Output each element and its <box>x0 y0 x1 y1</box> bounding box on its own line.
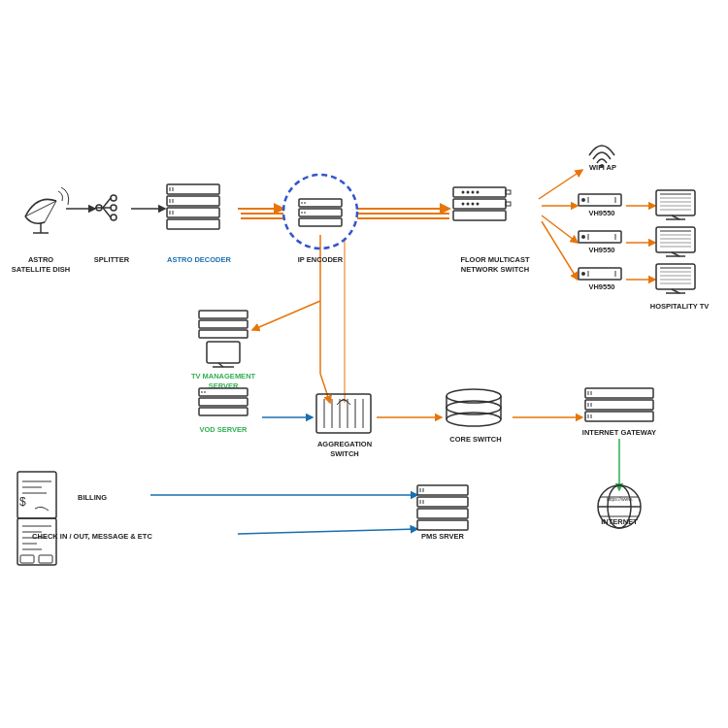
svg-line-31 <box>103 198 111 208</box>
svg-rect-159 <box>39 555 52 563</box>
svg-point-76 <box>581 235 585 239</box>
internet-gateway-icon <box>585 388 653 421</box>
svg-rect-56 <box>453 187 506 197</box>
svg-text:NETWORK SWITCH: NETWORK SWITCH <box>461 265 529 274</box>
svg-line-33 <box>103 208 111 217</box>
core-switch-label: CORE SWITCH <box>449 435 501 444</box>
svg-rect-160 <box>417 485 468 495</box>
svg-rect-162 <box>417 509 468 518</box>
svg-point-64 <box>467 203 470 206</box>
core-switch-icon <box>447 389 501 426</box>
svg-rect-134 <box>585 412 653 421</box>
svg-rect-158 <box>20 555 34 563</box>
splitter-icon <box>95 195 116 220</box>
astro-decoder-label: ASTRO DECODER <box>167 255 231 264</box>
wifi-ap-label: WIFI AP <box>589 163 616 172</box>
svg-rect-132 <box>585 388 653 398</box>
svg-line-16 <box>320 374 330 403</box>
network-diagram: ASTRO SATELLITE DISH SPLITTER ASTRO DECO… <box>0 0 728 728</box>
svg-rect-108 <box>199 320 248 328</box>
svg-text:SWITCH: SWITCH <box>330 449 359 458</box>
svg-rect-115 <box>199 398 248 406</box>
astro-decoder-icon <box>167 184 219 229</box>
checkin-label: CHECK IN / OUT, MESSAGE & ETC <box>32 532 152 541</box>
svg-point-60 <box>467 191 470 194</box>
tv-2-icon <box>656 227 695 256</box>
svg-rect-109 <box>199 330 248 338</box>
aggregation-switch-label: AGGREGATION <box>317 440 372 448</box>
tv-1-icon <box>656 190 695 219</box>
vh9550-2-label: VH9550 <box>588 246 614 254</box>
pms-server-icon <box>417 485 468 530</box>
floor-switch-label: FLOOR MULTICAST <box>460 255 530 264</box>
vh9550-1-icon <box>579 194 621 206</box>
svg-rect-152 <box>17 518 56 565</box>
svg-point-36 <box>111 205 116 211</box>
vh9550-3-label: VH9550 <box>588 282 614 291</box>
svg-point-65 <box>472 203 475 206</box>
svg-point-66 <box>477 203 480 206</box>
ip-encoder-label: IP ENCODER <box>298 255 344 264</box>
svg-rect-50 <box>299 209 342 216</box>
svg-line-17 <box>252 301 320 330</box>
tv-mgmt-server-icon <box>199 311 248 367</box>
pms-server-label: PMS SRVER <box>421 532 465 541</box>
checkin-icon <box>17 518 56 565</box>
svg-line-8 <box>539 170 582 199</box>
satellite-dish-icon <box>25 187 69 233</box>
vh9550-3-icon <box>579 268 621 280</box>
vh9550-1-label: VH9550 <box>588 209 614 217</box>
svg-line-23 <box>238 529 417 534</box>
vod-server-label: VOD SERVER <box>199 425 248 434</box>
hospitality-tv-label: HOSPITALITY TV <box>650 302 710 311</box>
svg-rect-116 <box>199 408 248 415</box>
svg-rect-57 <box>453 199 506 209</box>
svg-rect-39 <box>167 196 219 206</box>
svg-rect-41 <box>167 219 219 229</box>
svg-text:$: $ <box>19 495 26 509</box>
internet-label: INTERNET <box>601 517 638 526</box>
svg-point-80 <box>581 272 585 276</box>
svg-rect-107 <box>199 311 248 318</box>
satellite-label: ASTRO <box>28 255 53 264</box>
vh9550-2-icon <box>579 231 621 243</box>
svg-rect-38 <box>167 184 219 194</box>
svg-rect-133 <box>585 400 653 410</box>
svg-rect-51 <box>299 218 342 226</box>
floor-switch-icon <box>453 187 511 220</box>
svg-point-37 <box>111 215 116 220</box>
svg-text:SATELLITE DISH: SATELLITE DISH <box>12 265 70 274</box>
tv-3-icon <box>656 264 695 293</box>
internet-gateway-label: INTERNET GATEWAY <box>582 428 656 437</box>
svg-point-61 <box>472 191 475 194</box>
splitter-label: SPLITTER <box>94 255 130 264</box>
svg-line-11 <box>542 221 578 280</box>
aggregation-switch-icon <box>316 394 371 433</box>
svg-point-62 <box>477 191 480 194</box>
svg-point-72 <box>581 198 585 202</box>
tv-mgmt-label: TV MANAGEMENT <box>191 372 256 381</box>
svg-rect-110 <box>207 342 240 363</box>
svg-rect-58 <box>453 211 506 220</box>
billing-label: BILLING <box>78 493 107 502</box>
svg-point-59 <box>462 191 465 194</box>
svg-rect-40 <box>167 208 219 217</box>
svg-text:https://www.: https://www. <box>607 496 633 502</box>
billing-icon: $ <box>17 472 56 518</box>
vod-server-icon <box>199 388 248 415</box>
svg-point-63 <box>462 203 465 206</box>
svg-rect-49 <box>299 199 342 207</box>
svg-rect-163 <box>417 520 468 530</box>
svg-point-35 <box>111 195 116 201</box>
svg-rect-161 <box>417 497 468 507</box>
